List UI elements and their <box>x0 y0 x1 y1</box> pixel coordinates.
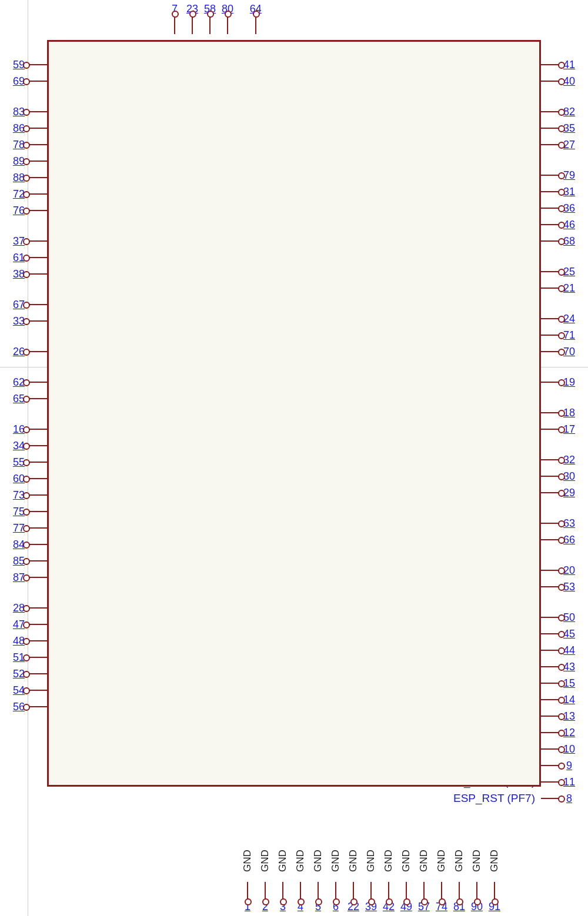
pin-wire <box>541 748 559 750</box>
pin-wire <box>541 318 559 319</box>
pin-wire <box>29 607 47 609</box>
pin-wire <box>29 478 47 479</box>
pin-wire <box>29 210 47 211</box>
pin-wire <box>541 765 559 766</box>
pin-label: GND <box>400 850 412 872</box>
pin-wire <box>29 177 47 178</box>
pin-label: GND <box>295 850 306 872</box>
pin-wire <box>29 690 47 691</box>
pin-wire <box>541 208 559 209</box>
pin-wire <box>29 193 47 195</box>
bottom-pin-gnd-91: 91 GND <box>483 855 506 913</box>
pin-label: GND <box>348 850 359 872</box>
pin-wire <box>174 16 175 34</box>
pin-wire <box>29 161 47 162</box>
pin-wire <box>541 699 559 700</box>
pin-wire <box>29 494 47 496</box>
pin-label: GND <box>277 850 289 872</box>
pin-wire <box>406 882 407 900</box>
pin-wire <box>29 657 47 658</box>
pin-wire <box>541 492 559 493</box>
pin-wire <box>541 570 559 571</box>
pin-wire <box>494 882 495 900</box>
pin-wire <box>29 111 47 112</box>
pin-label: GND <box>259 850 271 872</box>
pin-wire <box>29 429 47 430</box>
pin-wire <box>541 633 559 634</box>
pin-wire <box>541 335 559 336</box>
pin-wire <box>29 240 47 242</box>
pin-label: GND <box>436 850 447 872</box>
pin-wire <box>476 882 477 900</box>
pin-label: GND <box>453 850 465 872</box>
pin-wire <box>29 527 47 529</box>
pin-wire <box>300 882 301 900</box>
pin-wire <box>29 257 47 258</box>
pin-wire <box>29 577 47 578</box>
pin-wire <box>541 650 559 651</box>
pin-wire <box>209 16 211 34</box>
pin-wire <box>541 732 559 733</box>
pin-wire <box>353 882 354 900</box>
pin-wire <box>29 320 47 322</box>
pin-wire <box>541 798 559 799</box>
pin-wire <box>541 240 559 242</box>
pin-wire <box>541 523 559 524</box>
pin-wire <box>541 271 559 272</box>
pin-wire <box>459 882 460 900</box>
pin-wire <box>247 882 248 900</box>
pin-wire <box>541 144 559 145</box>
pin-wire <box>541 666 559 667</box>
pin-wire <box>541 224 559 225</box>
pin-wire <box>541 412 559 413</box>
pin-wire <box>29 511 47 512</box>
pin-wire <box>541 539 559 540</box>
pin-wire <box>29 304 47 305</box>
pin-wire <box>370 882 372 900</box>
pin-wire <box>541 191 559 192</box>
pin-wire <box>541 476 559 477</box>
pin-wire <box>29 706 47 707</box>
pin-wire <box>265 882 266 900</box>
pin-wire <box>29 462 47 463</box>
pin-wire <box>318 882 319 900</box>
pin-wire <box>29 624 47 625</box>
pin-label: GND <box>312 850 324 872</box>
pin-wire <box>29 64 47 65</box>
pin-wire <box>29 144 47 145</box>
pin-wire <box>541 382 559 383</box>
pin-wire <box>29 398 47 399</box>
pin-wire <box>541 81 559 82</box>
pin-wire <box>388 882 389 900</box>
pin-label: ESP_RST (PF7) <box>447 792 541 805</box>
pin-wire <box>541 459 559 460</box>
pin-wire <box>29 351 47 352</box>
pin-label: GND <box>489 850 500 872</box>
pin-label: GND <box>383 850 395 872</box>
pin-wire <box>541 175 559 176</box>
pin-wire <box>29 560 47 561</box>
pin-wire <box>192 16 193 34</box>
pin-esp-rst-pf7-: 8 ESP_RST (PF7) <box>447 790 579 807</box>
pin-wire <box>541 683 559 684</box>
pin-label: GND <box>418 850 430 872</box>
pin-wire <box>541 716 559 717</box>
pin-wire <box>541 429 559 430</box>
pin-wire <box>335 882 336 900</box>
pin-label: GND <box>471 850 483 872</box>
pin-wire <box>29 128 47 129</box>
pin-label: GND <box>365 850 377 872</box>
pin-wire <box>541 586 559 587</box>
pin-wire <box>282 882 283 900</box>
chip-body <box>47 40 541 787</box>
pin-wire <box>541 111 559 112</box>
pin-wire <box>29 382 47 383</box>
pin-label: GND <box>330 850 342 872</box>
pin-wire <box>441 882 442 900</box>
pin-wire <box>541 287 559 289</box>
pin-wire <box>541 128 559 129</box>
pin-wire <box>29 673 47 674</box>
pin-wire <box>29 273 47 275</box>
pin-wire <box>29 640 47 641</box>
pin-wire <box>541 64 559 65</box>
